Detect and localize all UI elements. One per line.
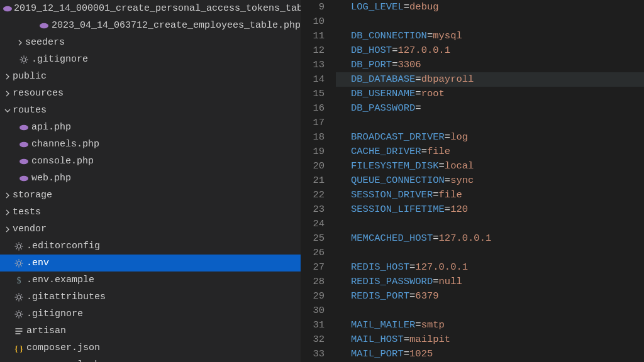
svg-line-21 [21, 248, 21, 249]
php-icon [18, 123, 30, 133]
env-value: 127.0.0.1 [439, 233, 492, 244]
svg-line-50 [21, 311, 21, 312]
equals-sign: = [433, 233, 438, 244]
folder-row[interactable]: storage [0, 187, 301, 204]
chevron-right-icon[interactable] [15, 39, 25, 47]
file-explorer[interactable]: 2019_12_14_000001_create_personal_access… [0, 0, 301, 362]
line-number: 30 [301, 304, 336, 318]
folder-row[interactable]: vendor [0, 221, 301, 238]
chevron-down-icon[interactable] [3, 107, 13, 114]
code-line[interactable] [336, 304, 644, 318]
file-row[interactable]: $.env.example [0, 272, 301, 288]
file-row[interactable]: api.php [0, 119, 301, 136]
file-label: composer.lock [26, 359, 100, 362]
svg-line-49 [21, 316, 21, 317]
equals-sign: = [415, 88, 421, 99]
code-area[interactable]: LOG_LEVEL=debugDB_CONNECTION=mysqlDB_HOS… [336, 0, 644, 362]
line-number: 9 [301, 0, 336, 14]
equals-sign: = [445, 131, 450, 143]
code-line[interactable]: DB_HOST=127.0.0.1 [336, 43, 644, 58]
svg-point-13 [19, 158, 28, 163]
env-value: 1025 [409, 348, 433, 359]
file-label: .gitattributes [26, 292, 106, 302]
svg-point-43 [17, 312, 21, 316]
code-line[interactable]: DB_CONNECTION=mysql [336, 29, 644, 43]
env-key: SESSION_LIFETIME [351, 204, 445, 215]
file-label: composer.json [26, 343, 100, 353]
file-row[interactable]: artisan [0, 322, 301, 339]
code-line[interactable] [336, 217, 644, 231]
file-row[interactable]: channels.php [0, 136, 301, 153]
folder-row[interactable]: tests [0, 204, 301, 221]
line-number: 28 [301, 275, 336, 289]
file-row[interactable]: 2019_12_14_000001_create_personal_access… [0, 0, 301, 17]
code-editor[interactable]: 9101112131415161718192021222324252627282… [301, 0, 644, 362]
env-key: MEMCACHED_HOST [351, 233, 433, 244]
line-number: 19 [301, 145, 336, 159]
php-icon [38, 21, 50, 31]
chevron-right-icon[interactable] [3, 226, 13, 233]
code-line[interactable]: REDIS_PASSWORD=null [336, 275, 644, 289]
file-label: .gitignore [31, 54, 88, 65]
chevron-right-icon[interactable] [3, 209, 13, 216]
code-line[interactable]: CACHE_DRIVER=file [336, 145, 644, 159]
file-row[interactable]: 2023_04_14_063712_create_employees_table… [0, 17, 301, 34]
code-line[interactable]: DB_PASSWORD= [336, 101, 644, 116]
code-line[interactable]: MEMCACHED_HOST=127.0.0.1 [336, 231, 644, 246]
file-row[interactable]: { }composer.lock [0, 356, 301, 362]
file-label: public [13, 71, 47, 82]
file-row[interactable]: web.php [0, 170, 301, 187]
code-line[interactable]: SESSION_DRIVER=file [336, 188, 644, 202]
code-line[interactable]: LOG_LEVEL=debug [336, 0, 644, 14]
code-line[interactable]: DB_DATABASE=dbpayroll [336, 72, 644, 87]
line-number: 22 [301, 188, 336, 202]
braces-icon: { } [13, 343, 25, 353]
file-row[interactable]: .editorconfig [0, 238, 301, 255]
gear-icon [13, 258, 25, 268]
code-line[interactable]: DB_PORT=3306 [336, 58, 644, 72]
line-gutter: 9101112131415161718192021222324252627282… [301, 0, 336, 362]
folder-row[interactable]: public [0, 68, 301, 85]
folder-row[interactable]: routes [0, 102, 301, 119]
file-row[interactable]: .gitattributes [0, 288, 301, 305]
chevron-right-icon[interactable] [3, 73, 13, 80]
code-line[interactable]: MAIL_MAILER=smtp [336, 318, 644, 332]
folder-row[interactable]: seeders [0, 34, 301, 51]
env-key: DB_CONNECTION [351, 30, 427, 41]
svg-point-11 [19, 124, 28, 129]
code-line[interactable]: MAIL_PORT=1025 [336, 347, 644, 361]
code-line[interactable] [336, 246, 644, 260]
file-row[interactable]: console.php [0, 153, 301, 170]
chevron-right-icon[interactable] [3, 192, 13, 199]
svg-point-14 [19, 175, 28, 180]
code-line[interactable]: DB_USERNAME=root [336, 87, 644, 101]
file-row[interactable]: .gitignore [0, 305, 301, 322]
svg-text:{ }: { } [14, 343, 23, 353]
file-row[interactable]: { }composer.json [0, 339, 301, 356]
file-row[interactable]: .gitignore [0, 51, 301, 68]
braces-icon: { } [13, 360, 25, 363]
code-line[interactable] [336, 116, 644, 130]
env-value: 127.0.0.1 [415, 261, 468, 273]
code-line[interactable]: BROADCAST_DRIVER=log [336, 130, 644, 145]
equals-sign: = [427, 30, 433, 41]
file-label: web.php [31, 173, 71, 184]
code-line[interactable]: MAIL_HOST=mailpit [336, 332, 644, 347]
code-line[interactable]: QUEUE_CONNECTION=sync [336, 173, 644, 188]
svg-point-1 [40, 23, 48, 28]
php-icon [18, 156, 30, 167]
code-line[interactable]: SESSION_LIFETIME=120 [336, 202, 644, 217]
code-line[interactable] [336, 14, 644, 29]
chevron-right-icon[interactable] [3, 90, 13, 97]
svg-line-32 [16, 265, 16, 266]
file-label: vendor [13, 224, 47, 234]
line-number: 20 [301, 159, 336, 173]
file-label: tests [13, 207, 41, 217]
file-row[interactable]: .env [0, 255, 301, 272]
code-line[interactable]: REDIS_HOST=127.0.0.1 [336, 260, 644, 275]
code-line[interactable]: REDIS_PORT=6379 [336, 289, 644, 304]
code-line[interactable]: FILESYSTEM_DISK=local [336, 159, 644, 173]
svg-point-12 [19, 141, 28, 146]
folder-row[interactable]: resources [0, 85, 301, 102]
svg-line-10 [21, 62, 21, 62]
